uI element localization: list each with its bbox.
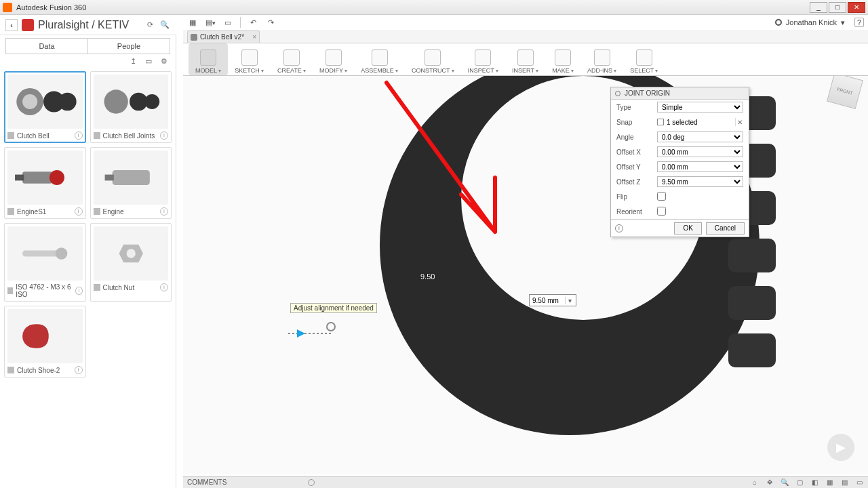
- maximize-button[interactable]: □: [829, 2, 846, 13]
- help-icon[interactable]: ?: [854, 18, 864, 27]
- ribbon-model[interactable]: MODEL: [189, 43, 228, 75]
- user-name: Jonathan Knick: [786, 18, 837, 26]
- snap-cursor-icon[interactable]: [657, 119, 664, 125]
- thumb-label: EngineS1: [17, 208, 46, 216]
- cube-icon: [7, 367, 14, 373]
- dimension-label: 9.50: [420, 272, 435, 281]
- thumb-item[interactable]: ISO 4762 - M3 x 6 ISOi: [4, 223, 86, 302]
- tab-label: Clutch Bell v2*: [200, 33, 244, 41]
- window-title: Autodesk Fusion 360: [16, 3, 808, 12]
- tab-clutch-bell[interactable]: Clutch Bell v2* ×: [187, 30, 260, 43]
- info-icon[interactable]: i: [75, 287, 82, 295]
- dimension-dropdown-icon[interactable]: ▾: [565, 297, 574, 304]
- viewports-icon[interactable]: ▭: [854, 479, 864, 486]
- angle-input[interactable]: 0.0 deg: [657, 131, 743, 142]
- ribbon-sketch[interactable]: SKETCH: [228, 43, 271, 75]
- view-cube[interactable]: FRONT: [827, 76, 863, 109]
- close-button[interactable]: ✕: [848, 2, 865, 13]
- thumb-item[interactable]: Clutch Shoe-2i: [4, 306, 86, 378]
- save-icon[interactable]: ▭: [222, 17, 233, 28]
- ribbon-label: MAKE: [552, 67, 574, 74]
- flip-checkbox[interactable]: [657, 192, 666, 201]
- grid-icon[interactable]: ▦: [187, 17, 198, 28]
- pan-icon[interactable]: ✥: [765, 479, 774, 486]
- ribbon-icon: [594, 49, 610, 66]
- ribbon-label: ASSEMBLE: [361, 67, 398, 74]
- ribbon-insert[interactable]: INSERT: [505, 43, 545, 75]
- back-button[interactable]: ‹: [5, 19, 18, 31]
- thumb-item[interactable]: Clutch Belli: [4, 71, 86, 143]
- ribbon-label: INSPECT: [468, 67, 498, 74]
- manipulator-icon[interactable]: [285, 320, 339, 347]
- display-icon[interactable]: ▦: [825, 479, 834, 486]
- offset-z-input[interactable]: 9.50 mm: [657, 176, 743, 187]
- comments-bar[interactable]: COMMENTS ⌂ ✥ 🔍 ▢ ◧ ▦ ▤ ▭: [183, 476, 868, 488]
- ribbon-add-ins[interactable]: ADD-INS: [580, 43, 623, 75]
- ribbon-make[interactable]: MAKE: [545, 43, 580, 75]
- comments-pin-icon[interactable]: [308, 479, 315, 486]
- dialog-titlebar[interactable]: JOINT ORIGIN: [611, 87, 749, 100]
- ribbon-construct[interactable]: CONSTRUCT: [405, 43, 461, 75]
- grid-toggle-icon[interactable]: ▤: [840, 479, 849, 486]
- settings-icon[interactable]: ⚙: [161, 57, 167, 66]
- user-menu[interactable]: Jonathan Knick ▾ ?: [775, 18, 864, 27]
- new-folder-icon[interactable]: ▭: [145, 57, 152, 66]
- svg-rect-12: [22, 251, 60, 257]
- viewport[interactable]: 9.50 ▾ Adjust alignment if needed FRONT …: [183, 76, 868, 474]
- fit-icon[interactable]: ▢: [795, 479, 804, 486]
- dialog-pin-icon[interactable]: [615, 91, 620, 96]
- cancel-button[interactable]: Cancel: [706, 222, 745, 235]
- thumb-item[interactable]: Enginei: [90, 147, 172, 219]
- info-icon[interactable]: i: [75, 131, 83, 140]
- thumb-image: [7, 75, 83, 129]
- dimension-input-box[interactable]: ▾: [529, 294, 576, 306]
- type-select[interactable]: Simple: [657, 102, 743, 113]
- tab-people[interactable]: People: [88, 38, 170, 54]
- cube-icon: [94, 284, 100, 291]
- offset-y-input[interactable]: 0.00 mm: [657, 161, 743, 172]
- status-dot-icon: [775, 19, 782, 26]
- ribbon-select[interactable]: SELECT: [623, 43, 665, 75]
- ribbon-create[interactable]: CREATE: [271, 43, 313, 75]
- thumb-image: [94, 150, 169, 205]
- ribbon-label: MODIFY: [319, 67, 347, 74]
- info-icon[interactable]: i: [615, 224, 623, 232]
- ribbon-modify[interactable]: MODIFY: [313, 43, 354, 75]
- info-icon[interactable]: i: [160, 207, 168, 216]
- ribbon-icon: [555, 49, 571, 66]
- play-button[interactable]: ▶: [827, 434, 854, 461]
- ribbon-label: ADD-INS: [587, 67, 616, 74]
- tab-close-icon[interactable]: ×: [252, 33, 256, 41]
- ribbon-inspect[interactable]: INSPECT: [461, 43, 505, 75]
- thumb-item[interactable]: Clutch Bell Jointsi: [90, 71, 172, 143]
- minimize-button[interactable]: _: [810, 2, 827, 13]
- look-icon[interactable]: ◧: [810, 479, 819, 486]
- ok-button[interactable]: OK: [674, 222, 701, 235]
- upload-icon[interactable]: ↥: [130, 57, 136, 66]
- info-icon[interactable]: i: [160, 131, 168, 140]
- reorient-checkbox[interactable]: [657, 207, 666, 216]
- thumb-item[interactable]: Clutch Nuti: [90, 223, 172, 302]
- tab-data[interactable]: Data: [5, 38, 88, 54]
- search-icon[interactable]: 🔍: [159, 19, 171, 31]
- orbit-icon[interactable]: ⌂: [750, 479, 760, 486]
- dimension-input[interactable]: [530, 297, 565, 304]
- thumb-item[interactable]: EngineS1i: [4, 147, 86, 219]
- svg-point-17: [327, 323, 335, 331]
- zoom-icon[interactable]: 🔍: [780, 479, 789, 486]
- reload-icon[interactable]: ⟳: [144, 19, 156, 31]
- info-icon[interactable]: i: [75, 366, 83, 374]
- redo-icon[interactable]: ↷: [265, 17, 276, 28]
- info-icon[interactable]: i: [160, 283, 168, 291]
- snap-clear-icon[interactable]: ✕: [735, 118, 743, 126]
- undo-icon[interactable]: ↶: [248, 17, 258, 28]
- thumb-label: Clutch Shoe-2: [17, 367, 60, 374]
- angle-label: Angle: [616, 134, 657, 141]
- ribbon-assemble[interactable]: ASSEMBLE: [354, 43, 405, 75]
- ribbon-icon: [425, 49, 441, 66]
- project-title: Pluralsight / KETIV: [38, 19, 141, 31]
- file-menu-icon[interactable]: ▤▾: [205, 17, 216, 28]
- info-icon[interactable]: i: [75, 207, 83, 216]
- ribbon-icon: [372, 49, 388, 66]
- offset-x-input[interactable]: 0.00 mm: [657, 146, 743, 157]
